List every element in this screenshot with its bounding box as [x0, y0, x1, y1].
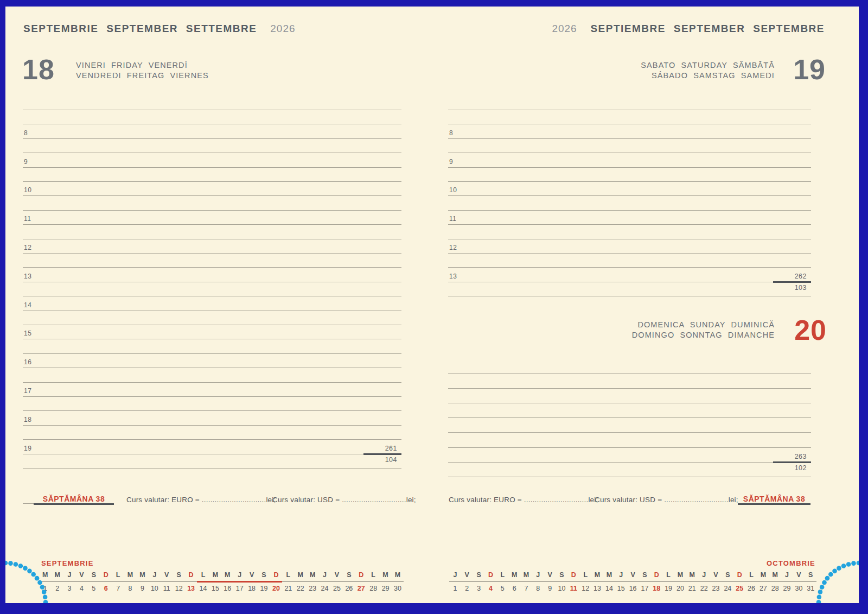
mini-calendar-september: SEPTEMBRIEMMJVSDLMMJVSDLMMJVSDLMMJVSDLMM… [39, 559, 404, 595]
rule-line [448, 477, 811, 477]
rule-line [23, 124, 401, 124]
rule-line [23, 382, 401, 383]
weekday-letter: M [379, 571, 391, 579]
weekday-letter: V [246, 571, 258, 579]
hour-label: 19 [24, 445, 31, 452]
weekday-letter: D [567, 571, 579, 579]
calendar-day-number: 5 [88, 585, 100, 592]
right-euro-rate: Curs valutar: EURO = ...................… [449, 496, 598, 504]
calendar-day-number: 29 [781, 585, 793, 592]
calendar-day-number: 5 [496, 585, 508, 592]
weekday-letter: J [149, 571, 161, 579]
weekday-letter: M [307, 571, 318, 579]
rule-line [23, 110, 401, 110]
calendar-day-number: 6 [100, 585, 112, 592]
calendar-day-number: 7 [112, 585, 124, 592]
blue-dot [816, 600, 821, 603]
weekday-letter: S [473, 571, 485, 579]
days-remaining-number: 102 [795, 464, 807, 472]
rule-line [23, 468, 401, 469]
weekday-letter: J [449, 571, 461, 579]
weekday-letter: L [112, 571, 124, 579]
weekday-letter: S [343, 571, 355, 579]
weekday-letter: M [757, 571, 769, 579]
calendar-day-number: 17 [639, 585, 651, 592]
weekday-letter: D [650, 571, 662, 579]
blue-dot [40, 585, 45, 590]
rule-line [448, 462, 811, 463]
calendar-day-number: 20 [674, 585, 686, 592]
calendar-day-number: 22 [698, 585, 710, 592]
weekday-letter: V [710, 571, 722, 579]
rule-line [23, 325, 401, 325]
calendar-day-number: 29 [379, 585, 391, 592]
rule-line [23, 425, 401, 426]
hour-label: 13 [24, 273, 31, 280]
weekday-letter: S [722, 571, 733, 579]
weekday-letter: V [461, 571, 473, 579]
corner-dots-left [5, 542, 66, 603]
calendar-day-number: 25 [733, 585, 745, 592]
day-of-year-number: 263 [795, 453, 807, 460]
rule-line [23, 353, 401, 354]
blue-dot [818, 590, 823, 594]
weekday-letter: S [258, 571, 270, 579]
calendar-day-number: 18 [246, 585, 258, 592]
calendar-day-number: 14 [197, 585, 209, 592]
hour-label: 15 [24, 330, 31, 337]
rule-line [23, 195, 401, 196]
hour-label: 12 [24, 244, 31, 251]
weekday-letter: J [532, 571, 544, 579]
calendar-day-number: 19 [258, 585, 270, 592]
weekday-letter: L [745, 571, 757, 579]
left-euro-rate: Curs valutar: EURO = ...................… [126, 496, 276, 504]
blue-dot [23, 566, 28, 571]
blue-dot [37, 580, 42, 585]
hour-label: 16 [24, 358, 31, 366]
hour-label: 18 [24, 416, 31, 423]
left-week-label: SĂPTĂMÂNA 38 [34, 495, 114, 503]
weekday-letter: D [485, 571, 497, 579]
blue-dot [841, 564, 846, 568]
blue-dot [43, 600, 48, 603]
rule-line [23, 339, 401, 339]
rule-line [448, 432, 811, 433]
rule-line [23, 410, 401, 411]
rule-line [23, 296, 401, 296]
weekday-letter: M [674, 571, 686, 579]
calendar-day-number: 15 [615, 585, 627, 592]
hour-label: 14 [24, 301, 31, 309]
calendar-day-number: 9 [544, 585, 556, 592]
rule-line [23, 439, 401, 440]
weekday-letter: L [496, 571, 508, 579]
calendar-day-number: 22 [295, 585, 307, 592]
calendar-day-number: 12 [173, 585, 184, 592]
blue-dot [8, 561, 13, 566]
left-usd-rate: Curs valutar: USD = ....................… [272, 496, 416, 504]
calendar-day-number: 15 [209, 585, 221, 592]
blue-dot [35, 576, 40, 581]
blue-dot [31, 572, 36, 577]
calendar-day-number: 16 [221, 585, 233, 592]
calendar-weekday-row: JVSDLMMJVSDLMMJVSDLMMJVSDLMMJVS [449, 571, 816, 579]
weekday-letter: M [124, 571, 136, 579]
sunday-note-lines: 263102 [448, 7, 811, 603]
weekday-letter: V [161, 571, 173, 579]
blue-dot [18, 564, 23, 568]
weekday-letter: M [209, 571, 221, 579]
rule-line [448, 374, 811, 374]
weekday-letter: M [520, 571, 532, 579]
weekday-letter: D [100, 571, 112, 579]
calendar-day-number: 7 [520, 585, 532, 592]
weekday-letter: V [544, 571, 556, 579]
hour-label: 17 [24, 387, 31, 395]
friday-time-grid: 8910111213141516171819261104 [23, 7, 401, 603]
blue-dot [857, 561, 859, 566]
rule-line [23, 282, 401, 282]
calendar-day-number: 4 [485, 585, 497, 592]
calendar-weekday-row: MMJVSDLMMJVSDLMMJVSDLMMJVSDLMM [39, 571, 404, 579]
blue-dot [5, 561, 8, 566]
day-of-year-divider [773, 461, 811, 463]
weekday-letter: M [686, 571, 698, 579]
rule-line [23, 153, 401, 153]
